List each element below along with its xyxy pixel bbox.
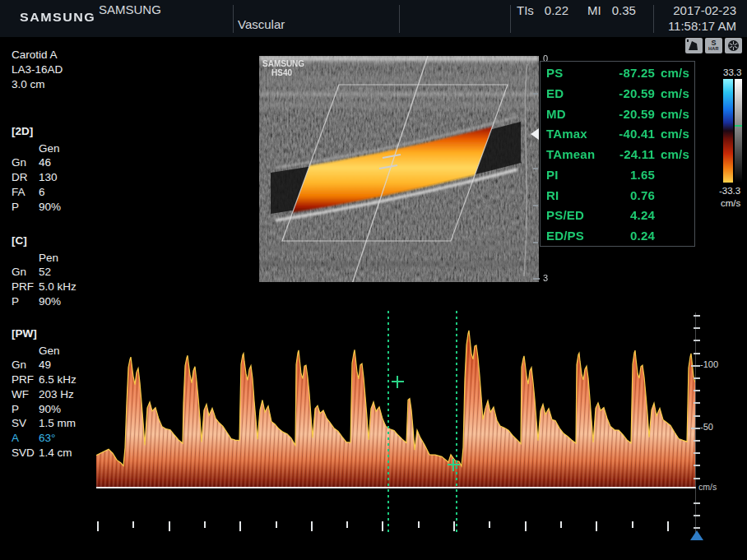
params-pw: [PW] Gen Gn49 PRF6.5 kHz WF203 Hz P90% S…	[12, 326, 77, 460]
velocity-tick	[694, 315, 700, 317]
param-value: 49	[39, 358, 77, 373]
measure-caliper-start[interactable]	[387, 311, 389, 535]
harmonic-imaging-icon[interactable]: S HAR	[705, 38, 722, 53]
measurement-unit: cm/s	[655, 66, 689, 80]
param-label: FA	[12, 185, 39, 200]
measurement-unit	[655, 188, 689, 202]
param-label: Gn	[12, 358, 39, 373]
measurement-label: PI	[546, 168, 559, 182]
end-diastole-marker[interactable]	[448, 459, 460, 471]
velocity-tick	[694, 478, 700, 479]
time: 11:58:17 AM	[668, 18, 736, 34]
image-depth: 3.0 cm	[12, 77, 63, 92]
param-value: 90%	[39, 294, 77, 309]
colorbar-unit: cm/s	[721, 198, 740, 208]
divider	[653, 5, 654, 33]
measurement-label: ED/PS	[546, 229, 584, 243]
peak-systole-marker[interactable]	[392, 376, 404, 388]
depth-tick	[533, 205, 538, 206]
velocity-axis-unit: cm/s	[698, 482, 717, 492]
mi-value: 0.35	[612, 3, 636, 17]
velocity-tick	[694, 390, 700, 391]
acoustic-output-readout: TIs 0.22 MI 0.35	[517, 3, 636, 17]
measurement-value: -24.11	[595, 147, 655, 161]
mi-label: MI	[587, 3, 601, 17]
velocity-tick	[694, 415, 700, 417]
measurement-label: RI	[546, 188, 559, 202]
samsung-logo: SAMSUNG	[20, 11, 95, 25]
tis-value: 0.22	[545, 3, 568, 17]
param-label: Gn	[12, 155, 39, 170]
measurement-unit: cm/s	[655, 127, 689, 141]
param-value: 90%	[39, 402, 77, 417]
section-title-c: [C]	[12, 234, 77, 248]
param-value: 1.5 mm	[39, 416, 77, 431]
measurement-row: PI1.65	[546, 168, 689, 182]
exam-preset: Carotid A	[12, 48, 63, 62]
param-value: 5.0 kHz	[39, 280, 77, 294]
exam-info: Carotid A LA3-16AD 3.0 cm	[12, 48, 63, 92]
velocity-tick	[694, 353, 700, 354]
velocity-tick	[694, 402, 700, 404]
param-value: 46	[39, 155, 61, 170]
measure-caliper-end[interactable]	[456, 311, 457, 535]
tis-label: TIs	[517, 3, 534, 17]
param-value: Gen	[39, 141, 61, 156]
measurement-value: -20.59	[566, 107, 655, 121]
time-tick	[418, 521, 420, 528]
measurement-label: PS	[546, 66, 563, 80]
measurement-value: 1.65	[559, 168, 655, 182]
measurement-row: PS/ED4.24	[546, 208, 689, 222]
measurement-value: 4.24	[584, 208, 655, 222]
top-status-bar: SAMSUNG SAMSUNG Vascular TIs 0.22 MI 0.3…	[0, 0, 747, 37]
measurement-label: TAmax	[546, 127, 587, 141]
param-label: SV	[12, 416, 39, 431]
velocity-tick-label: -50	[700, 422, 713, 432]
measurement-unit	[655, 168, 689, 182]
param-label: PRF	[12, 280, 39, 294]
focus-marker-icon[interactable]	[531, 128, 539, 140]
time-tick	[632, 521, 633, 528]
measurement-unit	[655, 208, 689, 222]
measurement-unit: cm/s	[655, 107, 689, 121]
time-tick	[311, 521, 313, 531]
section-title-pw: [PW]	[12, 326, 77, 341]
param-value: 130	[39, 170, 61, 185]
measurement-value: -87.25	[563, 66, 655, 80]
param-value-angle: 63°	[39, 431, 77, 446]
datetime: 2017-02-23 11:58:17 AM	[668, 2, 736, 34]
watermark-brand: SAMSUNG	[262, 59, 304, 68]
time-tick	[596, 521, 597, 531]
measurement-row: ED/PS0.24	[546, 229, 689, 243]
time-tick	[169, 521, 170, 531]
probe-icon[interactable]	[685, 38, 703, 53]
measurement-unit: cm/s	[655, 147, 689, 161]
depth-tick-major	[533, 278, 540, 280]
measurement-unit: cm/s	[655, 86, 689, 100]
depth-label-bottom: 3	[543, 273, 548, 283]
measurement-label: MD	[546, 107, 566, 121]
doppler-measurement-panel: PS-87.25cm/s ED-20.59cm/s MD-20.59cm/s T…	[540, 61, 695, 247]
param-value: Gen	[39, 344, 77, 359]
time-tick	[489, 521, 490, 528]
time-tick	[132, 521, 134, 528]
time-tick	[346, 521, 348, 528]
measurement-value: -20.59	[564, 86, 655, 100]
velocity-tick	[691, 428, 700, 429]
spectral-baseline[interactable]	[96, 487, 696, 488]
param-label: Gn	[12, 265, 39, 280]
time-tick	[453, 521, 455, 531]
velocity-tick	[694, 527, 700, 529]
params-2d: [2D] Gen Gn46 DR130 FA6 P90%	[12, 124, 61, 214]
watermark-model: HS40	[271, 68, 292, 77]
velocity-tick	[694, 377, 700, 379]
freeze-icon[interactable]	[725, 38, 742, 53]
param-value: Pen	[39, 251, 77, 266]
divider	[399, 5, 400, 33]
divider	[510, 5, 511, 33]
depth-tick	[533, 93, 538, 95]
param-label: WF	[12, 387, 39, 402]
section-title-2d: [2D]	[12, 124, 61, 139]
time-tick	[525, 521, 527, 531]
param-value: 90%	[39, 200, 61, 215]
